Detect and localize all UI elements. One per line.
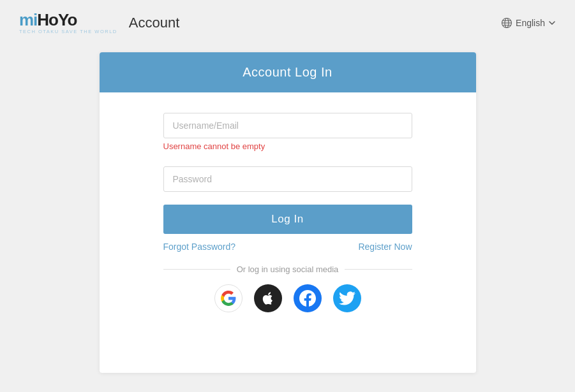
language-selector[interactable]: English (501, 17, 556, 29)
page-wrapper: miHoYo TECH OTAKU SAVE THE WORLD Account… (0, 0, 575, 392)
register-link[interactable]: Register Now (358, 242, 412, 252)
apple-icon (260, 290, 276, 307)
apple-login-button[interactable] (254, 284, 282, 312)
globe-icon (501, 17, 512, 29)
google-login-button[interactable] (214, 284, 243, 312)
facebook-login-button[interactable] (294, 284, 322, 312)
password-group (163, 166, 412, 192)
logo-mi: mi (19, 10, 37, 29)
card-body: Username cannot be empty Log In Forgot P… (100, 92, 476, 331)
forgot-password-link[interactable]: Forgot Password? (163, 242, 236, 252)
card-header: Account Log In (100, 52, 476, 92)
username-group: Username cannot be empty (163, 113, 412, 155)
social-icons-row (214, 284, 361, 312)
header: miHoYo TECH OTAKU SAVE THE WORLD Account… (0, 0, 575, 46)
password-input[interactable] (163, 166, 412, 192)
logo-subtitle: TECH OTAKU SAVE THE WORLD (19, 29, 117, 34)
twitter-login-button[interactable] (333, 284, 361, 312)
twitter-icon (339, 290, 355, 307)
divider-line-right (345, 269, 412, 270)
logo-hoyo: HoYo (37, 10, 77, 29)
logo-text: miHoYo (19, 11, 77, 28)
logo-container: miHoYo TECH OTAKU SAVE THE WORLD (19, 11, 117, 34)
links-row: Forgot Password? Register Now (163, 242, 412, 252)
google-icon (220, 290, 237, 307)
card-header-title: Account Log In (243, 65, 332, 79)
divider-text: Or log in using social media (237, 265, 339, 274)
username-error: Username cannot be empty (163, 142, 412, 151)
login-button[interactable]: Log In (163, 205, 412, 234)
social-divider: Or log in using social media (163, 265, 412, 274)
language-label: English (516, 18, 545, 28)
login-card: Account Log In Username cannot be empty … (100, 52, 476, 373)
header-left: miHoYo TECH OTAKU SAVE THE WORLD Account (19, 11, 179, 34)
facebook-icon (299, 290, 316, 307)
main-content: Account Log In Username cannot be empty … (0, 46, 575, 392)
divider-line-left (163, 269, 230, 270)
chevron-down-icon (548, 19, 556, 27)
username-input[interactable] (163, 113, 412, 138)
header-account-text: Account (129, 15, 180, 31)
